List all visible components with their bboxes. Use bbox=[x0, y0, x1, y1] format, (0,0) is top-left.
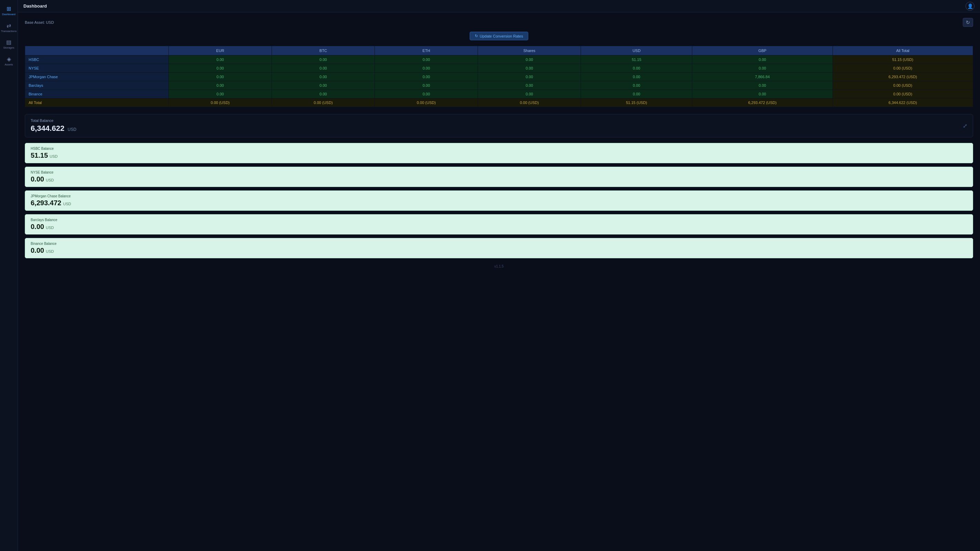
table-cell: 0.00 bbox=[375, 81, 478, 90]
balance-card-currency: USD bbox=[46, 225, 54, 230]
balance-card-label: NYSE Balance bbox=[31, 170, 967, 174]
table-row: HSBC0.000.000.000.0051.150.0051.15 (USD) bbox=[25, 56, 973, 64]
sidebar-item-label: Storages bbox=[3, 46, 14, 49]
main-content: Dashboard 👤 Base Asset: USD ↻ ↻ Update C… bbox=[18, 0, 980, 551]
sidebar-item-transactions[interactable]: ⇄ Transactions bbox=[0, 20, 18, 37]
table-total-cell: 6,293.472 (USD) bbox=[692, 98, 832, 107]
table-row: NYSE0.000.000.000.000.000.000.00 (USD) bbox=[25, 64, 973, 73]
sidebar-item-label: Dashboard bbox=[2, 13, 16, 16]
col-header-shares: Shares bbox=[478, 46, 581, 56]
table-cell: 0.00 bbox=[692, 56, 832, 64]
table-cell: 0.00 bbox=[581, 90, 692, 98]
balance-card-value-row: 0.00USD bbox=[31, 223, 967, 231]
sidebar-item-label: Assets bbox=[5, 63, 13, 67]
table-cell: 0.00 bbox=[272, 64, 375, 73]
table-cell: 6,293.472 (USD) bbox=[832, 73, 973, 81]
balance-cards-container: HSBC Balance51.15USDNYSE Balance0.00USDJ… bbox=[25, 143, 973, 258]
table-row-name[interactable]: Barclays bbox=[25, 81, 169, 90]
col-header-eur: EUR bbox=[169, 46, 272, 56]
table-cell: 0.00 bbox=[581, 73, 692, 81]
table-cell: 7,866.84 bbox=[692, 73, 832, 81]
update-conversion-rates-button[interactable]: ↻ Update Conversion Rates bbox=[470, 32, 528, 40]
balance-card-value: 0.00 bbox=[31, 175, 44, 183]
balance-card-label: HSBC Balance bbox=[31, 147, 967, 151]
user-avatar[interactable]: 👤 bbox=[966, 2, 975, 11]
base-asset-row: Base Asset: USD ↻ bbox=[25, 18, 973, 27]
table-cell: 0.00 (USD) bbox=[832, 64, 973, 73]
total-balance-label: Total Balance bbox=[31, 119, 76, 122]
table-total-cell: 0.00 (USD) bbox=[375, 98, 478, 107]
table-cell: 0.00 bbox=[375, 73, 478, 81]
col-header-account bbox=[25, 46, 169, 56]
top-bar: Dashboard 👤 bbox=[18, 0, 980, 13]
balance-card: JPMorgan Chase Balance6,293.472USD bbox=[25, 191, 973, 211]
sidebar-item-label: Transactions bbox=[1, 30, 17, 33]
table-cell: 0.00 bbox=[375, 64, 478, 73]
balance-card-value: 51.15 bbox=[31, 151, 48, 159]
table-cell: 0.00 bbox=[375, 56, 478, 64]
dashboard-icon: ⊞ bbox=[6, 6, 11, 12]
sidebar-item-assets[interactable]: ◈ Assets bbox=[0, 53, 18, 70]
table-row: JPMorgan Chase0.000.000.000.000.007,866.… bbox=[25, 73, 973, 81]
sidebar-item-dashboard[interactable]: ⊞ Dashboard bbox=[0, 3, 18, 20]
table-total-label: All Total bbox=[25, 98, 169, 107]
table-cell: 0.00 bbox=[581, 64, 692, 73]
table-total-cell: 51.15 (USD) bbox=[581, 98, 692, 107]
balance-card-currency: USD bbox=[46, 249, 54, 254]
total-balance-info: Total Balance 6,344.622 USD bbox=[31, 119, 76, 133]
col-header-usd: USD bbox=[581, 46, 692, 56]
table-cell: 0.00 bbox=[375, 90, 478, 98]
col-header-gbp: GBP bbox=[692, 46, 832, 56]
balance-card-currency: USD bbox=[46, 178, 54, 182]
table-header-row: EUR BTC ETH Shares USD GBP All Total bbox=[25, 46, 973, 56]
table-total-cell: 0.00 (USD) bbox=[169, 98, 272, 107]
expand-icon[interactable]: ⤢ bbox=[963, 122, 967, 129]
table-cell: 0.00 bbox=[478, 73, 581, 81]
balance-card-value: 6,293.472 bbox=[31, 199, 61, 206]
table-cell: 0.00 bbox=[272, 81, 375, 90]
table-cell: 0.00 bbox=[478, 81, 581, 90]
table-row-name[interactable]: JPMorgan Chase bbox=[25, 73, 169, 81]
table-total-cell: 0.00 (USD) bbox=[478, 98, 581, 107]
sidebar-item-storages[interactable]: ▤ Storages bbox=[0, 36, 18, 53]
base-asset-label: Base Asset: USD bbox=[25, 20, 54, 24]
table-row-name[interactable]: NYSE bbox=[25, 64, 169, 73]
refresh-button[interactable]: ↻ bbox=[963, 18, 973, 27]
table-cell: 0.00 bbox=[692, 64, 832, 73]
balance-card-currency: USD bbox=[63, 202, 71, 206]
page-title: Dashboard bbox=[24, 3, 47, 9]
table-cell: 0.00 bbox=[692, 90, 832, 98]
balance-card-value: 0.00 bbox=[31, 223, 44, 230]
data-table: EUR BTC ETH Shares USD GBP All Total HSB… bbox=[25, 46, 973, 107]
balance-card: Barclays Balance0.00USD bbox=[25, 214, 973, 235]
table-cell: 0.00 bbox=[169, 73, 272, 81]
table-cell: 0.00 bbox=[169, 81, 272, 90]
assets-icon: ◈ bbox=[7, 57, 11, 62]
table-row-name[interactable]: HSBC bbox=[25, 56, 169, 64]
table-total-cell: 6,344.622 (USD) bbox=[832, 98, 973, 107]
table-cell: 0.00 bbox=[169, 90, 272, 98]
table-cell: 51.15 (USD) bbox=[832, 56, 973, 64]
balance-card-value-row: 0.00USD bbox=[31, 175, 967, 183]
col-header-eth: ETH bbox=[375, 46, 478, 56]
col-header-btc: BTC bbox=[272, 46, 375, 56]
table-cell: 0.00 (USD) bbox=[832, 90, 973, 98]
table-total-cell: 0.00 (USD) bbox=[272, 98, 375, 107]
table-cell: 0.00 bbox=[169, 64, 272, 73]
table-cell: 51.15 bbox=[581, 56, 692, 64]
balance-card-label: JPMorgan Chase Balance bbox=[31, 194, 967, 198]
table-row-name[interactable]: Binance bbox=[25, 90, 169, 98]
update-rates-icon: ↻ bbox=[475, 34, 478, 38]
update-rates-label: Update Conversion Rates bbox=[480, 34, 523, 38]
table-total-row: All Total0.00 (USD)0.00 (USD)0.00 (USD)0… bbox=[25, 98, 973, 107]
avatar-icon: 👤 bbox=[967, 3, 973, 9]
balance-card: HSBC Balance51.15USD bbox=[25, 143, 973, 163]
dashboard-area: Base Asset: USD ↻ ↻ Update Conversion Ra… bbox=[18, 13, 980, 551]
table-cell: 0.00 bbox=[581, 81, 692, 90]
col-header-all-total: All Total bbox=[832, 46, 973, 56]
balance-card-label: Barclays Balance bbox=[31, 218, 967, 222]
balance-card: NYSE Balance0.00USD bbox=[25, 167, 973, 187]
total-balance-value-row: 6,344.622 USD bbox=[31, 124, 76, 133]
balance-card-value-row: 51.15USD bbox=[31, 151, 967, 159]
balance-card-value-row: 6,293.472USD bbox=[31, 199, 967, 207]
